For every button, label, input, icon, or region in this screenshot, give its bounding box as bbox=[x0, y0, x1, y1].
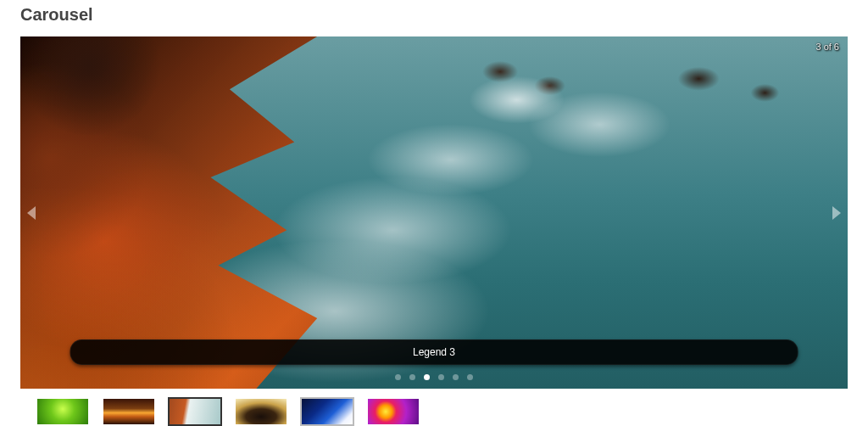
pagination-dots bbox=[395, 374, 473, 380]
dot-2[interactable] bbox=[409, 374, 415, 380]
dot-4[interactable] bbox=[438, 374, 444, 380]
thumbnail-purple-flower[interactable] bbox=[366, 397, 420, 426]
thumbnail-strip bbox=[20, 397, 848, 426]
thumbnail-lone-tree[interactable] bbox=[234, 397, 288, 426]
dot-5[interactable] bbox=[453, 374, 459, 380]
dot-3[interactable] bbox=[424, 374, 430, 380]
thumbnail-blue-sky-beams[interactable] bbox=[300, 397, 354, 426]
slide-caption: Legend 3 bbox=[70, 339, 798, 365]
dot-6[interactable] bbox=[467, 374, 473, 380]
thumbnail-green-grass[interactable] bbox=[36, 397, 90, 426]
prev-arrow-icon[interactable] bbox=[27, 206, 36, 220]
thumbnail-rocky-coast[interactable] bbox=[168, 397, 222, 426]
slide-counter: 3 of 6 bbox=[815, 42, 839, 52]
next-arrow-icon[interactable] bbox=[832, 206, 841, 220]
carousel: 3 of 6 Legend 3 bbox=[20, 36, 848, 389]
carousel-slide bbox=[20, 36, 848, 389]
page-title: Carousel bbox=[20, 5, 848, 25]
dot-1[interactable] bbox=[395, 374, 401, 380]
thumbnail-sunset[interactable] bbox=[102, 397, 156, 426]
